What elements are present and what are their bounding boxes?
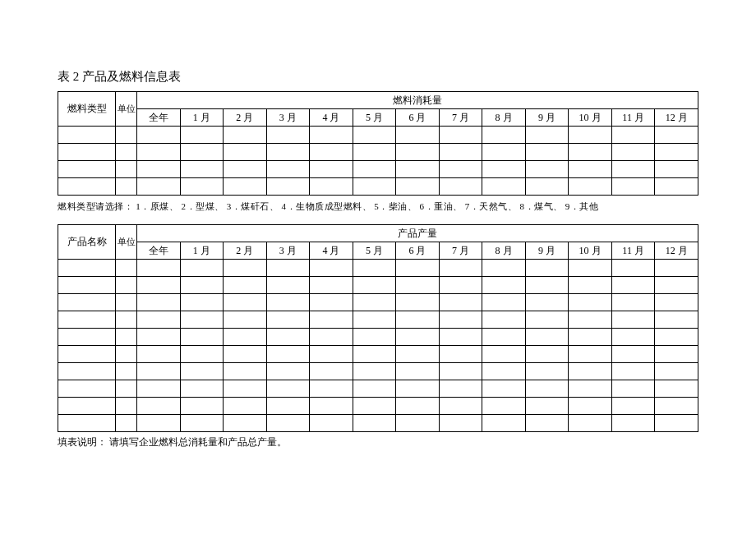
table-row: [58, 380, 698, 398]
col-month: 8 月: [482, 242, 526, 260]
table-header-row: 产品名称 单位 产品产量: [58, 225, 698, 242]
group-header: 燃料消耗量: [137, 92, 698, 109]
col-month: 2 月: [224, 109, 267, 127]
col-year: 全年: [137, 109, 181, 127]
col-month: 5 月: [353, 242, 396, 260]
table-row: [58, 294, 698, 311]
table-row: [58, 415, 698, 432]
table-row: [58, 311, 698, 329]
col-month: 6 月: [396, 242, 440, 260]
table-row: [58, 398, 698, 415]
col-month: 7 月: [439, 242, 482, 260]
col-month: 6 月: [396, 109, 440, 127]
table-row: [58, 277, 698, 294]
table-row: [58, 329, 698, 346]
unit-header: 单位: [116, 225, 137, 260]
col-month: 12 月: [655, 109, 698, 127]
page-title: 表 2 产品及燃料信息表: [58, 69, 698, 85]
col-month: 7 月: [439, 109, 482, 127]
table-header-row: 燃料类型 单位 燃料消耗量: [58, 92, 698, 109]
table-row: [58, 178, 698, 196]
col-month: 12 月: [655, 242, 698, 260]
col-month: 4 月: [310, 242, 353, 260]
fuel-table: 燃料类型 单位 燃料消耗量 全年 1 月 2 月 3 月 4 月 5 月 6 月…: [58, 91, 698, 196]
col-month: 10 月: [569, 109, 612, 127]
col-month: 10 月: [569, 242, 612, 260]
table-row: [58, 127, 698, 144]
table-row: [58, 144, 698, 161]
fuel-type-header: 燃料类型: [58, 92, 116, 127]
table-subheader-row: 全年 1 月 2 月 3 月 4 月 5 月 6 月 7 月 8 月 9 月 1…: [58, 109, 698, 127]
col-month: 9 月: [525, 242, 569, 260]
group-header: 产品产量: [137, 225, 698, 242]
col-year: 全年: [137, 242, 181, 260]
footer-note: 填表说明： 请填写企业燃料总消耗量和产品总产量。: [58, 435, 698, 449]
col-month: 8 月: [482, 109, 526, 127]
fuel-type-note: 燃料类型请选择： 1．原煤、 2．型煤、 3．煤矸石、 4．生物质成型燃料、 5…: [58, 200, 698, 213]
table-row: [58, 161, 698, 178]
table-row: [58, 260, 698, 277]
col-month: 4 月: [310, 109, 353, 127]
col-month: 3 月: [266, 242, 310, 260]
col-month: 5 月: [353, 109, 396, 127]
table-row: [58, 346, 698, 363]
product-table: 产品名称 单位 产品产量 全年 1 月 2 月 3 月 4 月 5 月 6 月 …: [58, 224, 698, 432]
col-month: 1 月: [180, 242, 224, 260]
table-subheader-row: 全年 1 月 2 月 3 月 4 月 5 月 6 月 7 月 8 月 9 月 1…: [58, 242, 698, 260]
col-month: 9 月: [525, 109, 569, 127]
col-month: 1 月: [180, 109, 224, 127]
table-row: [58, 363, 698, 380]
product-name-header: 产品名称: [58, 225, 116, 260]
col-month: 2 月: [224, 242, 267, 260]
col-month: 3 月: [266, 109, 310, 127]
col-month: 11 月: [611, 242, 655, 260]
unit-header: 单位: [116, 92, 137, 127]
col-month: 11 月: [611, 109, 655, 127]
